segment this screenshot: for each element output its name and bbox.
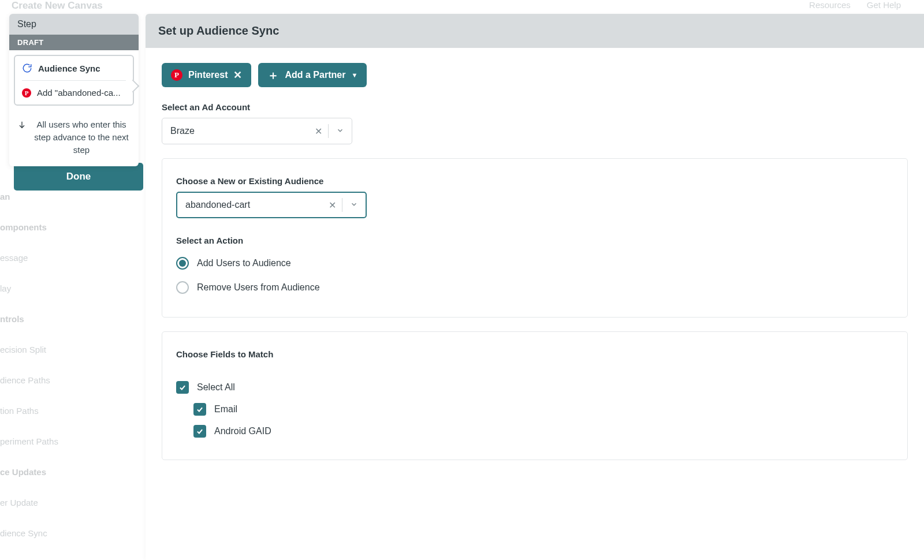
checkbox-icon — [193, 425, 206, 438]
chevron-down-icon[interactable] — [342, 200, 366, 210]
audience-card: Choose a New or Existing Audience abando… — [162, 158, 908, 318]
bg-side-1: omponents — [0, 215, 81, 239]
ad-account-label: Select an Ad Account — [162, 102, 908, 112]
checkbox-select-all[interactable]: Select All — [176, 376, 893, 398]
step-row1-label: Audience Sync — [38, 64, 100, 73]
bg-title: Create New Canvas — [12, 0, 103, 14]
bg-side-7: tion Paths — [0, 399, 81, 423]
bg-side-10: er Update — [0, 491, 81, 514]
radio-add-label: Add Users to Audience — [197, 258, 291, 268]
audience-label: Choose a New or Existing Audience — [176, 176, 893, 186]
arrow-down-icon — [17, 118, 27, 156]
pinterest-icon: P — [22, 88, 31, 98]
radio-icon — [176, 257, 189, 270]
step-row-audience-sync[interactable]: Audience Sync — [15, 56, 133, 80]
ad-account-select[interactable]: Braze ✕ — [162, 118, 352, 144]
checkbox-icon — [176, 381, 189, 394]
chevron-down-icon: ▼ — [351, 72, 357, 79]
radio-add-users[interactable]: Add Users to Audience — [176, 251, 893, 275]
bg-side-4: ntrols — [0, 307, 81, 331]
main-title: Set up Audience Sync — [146, 14, 924, 48]
step-note-text: All users who enter this step advance to… — [32, 118, 131, 156]
audience-select[interactable]: abandoned-cart ✕ — [176, 192, 367, 218]
clear-icon[interactable]: ✕ — [322, 200, 342, 211]
radio-remove-users[interactable]: Remove Users from Audience — [176, 275, 893, 300]
sync-icon — [22, 63, 32, 73]
partner-chip-label: Pinterest — [188, 70, 228, 80]
step-panel: Step DRAFT Audience Sync P Add "abandone… — [9, 14, 139, 166]
step-card[interactable]: Audience Sync P Add "abandoned-ca... — [14, 55, 134, 106]
step-note: All users who enter this step advance to… — [9, 110, 139, 166]
checkbox-email[interactable]: Email — [176, 398, 893, 420]
add-partner-label: Add a Partner — [285, 70, 345, 80]
field-email-label: Email — [214, 404, 237, 415]
partner-chip-row: P Pinterest ✕ ＋ Add a Partner ▼ — [162, 63, 908, 87]
step-row2-label: Add "abandoned-ca... — [37, 88, 121, 98]
radio-remove-label: Remove Users from Audience — [197, 282, 320, 293]
bg-side-9: ce Updates — [0, 460, 81, 484]
step-status-badge: DRAFT — [9, 35, 139, 50]
bg-side-3: lay — [0, 277, 81, 300]
done-button[interactable]: Done — [14, 163, 143, 191]
field-gaid-label: Android GAID — [214, 426, 271, 436]
fields-card: Choose Fields to Match Select All Email … — [162, 331, 908, 460]
ad-account-value: Braze — [162, 126, 308, 136]
pinterest-icon: P — [171, 69, 182, 81]
chevron-down-icon[interactable] — [329, 126, 352, 136]
partner-chip-pinterest[interactable]: P Pinterest ✕ — [162, 63, 251, 87]
step-row-add-audience[interactable]: P Add "abandoned-ca... — [15, 81, 133, 104]
checkbox-icon — [193, 403, 206, 416]
close-icon[interactable]: ✕ — [233, 69, 242, 81]
bg-menu-gethelp: Get Help — [867, 0, 901, 14]
bg-side-6: dience Paths — [0, 368, 81, 392]
add-partner-button[interactable]: ＋ Add a Partner ▼ — [258, 63, 367, 87]
audience-value: abandoned-cart — [177, 200, 322, 210]
step-header: Step — [9, 14, 139, 35]
select-all-label: Select All — [197, 382, 235, 393]
bg-side-2: essage — [0, 246, 81, 270]
bg-side-11: dience Sync — [0, 521, 81, 545]
plus-icon: ＋ — [267, 69, 279, 81]
bg-side-8: periment Paths — [0, 430, 81, 453]
main-panel: Set up Audience Sync P Pinterest ✕ ＋ Add… — [146, 14, 924, 560]
action-label: Select an Action — [176, 236, 893, 245]
bg-side-5: ecision Split — [0, 338, 81, 361]
radio-icon — [176, 281, 189, 294]
checkbox-android-gaid[interactable]: Android GAID — [176, 420, 893, 442]
fields-label: Choose Fields to Match — [176, 349, 893, 359]
bg-menu-resources: Resources — [809, 0, 851, 14]
clear-icon[interactable]: ✕ — [308, 126, 328, 137]
